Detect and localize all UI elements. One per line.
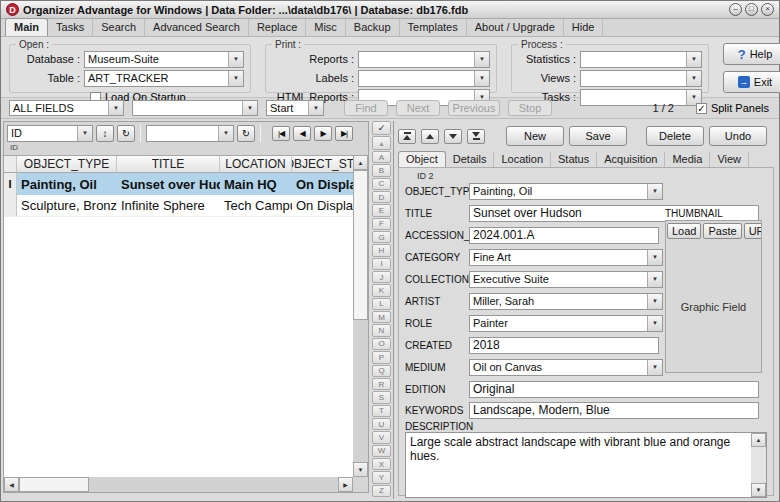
next-button[interactable]: Next [396,100,440,116]
thumbnail-paste-button[interactable]: Paste [703,223,741,239]
chevron-down-icon[interactable]: ▼ [474,71,489,86]
vertical-scrollbar[interactable]: ▲ ▼ [353,155,368,477]
tab-about-upgrade[interactable]: About / Upgrade [467,19,564,36]
column-header-location[interactable]: LOCATION [220,156,292,173]
alphabet-button-n[interactable]: N [372,324,391,336]
alphabet-all-button[interactable]: ✓ [372,121,391,135]
record-previous-button[interactable] [421,129,439,144]
chevron-down-icon[interactable]: ▼ [686,52,701,67]
alphabet-button-h[interactable]: H [372,244,391,256]
stop-button[interactable]: Stop [508,100,552,116]
chevron-down-icon[interactable]: ▼ [77,126,92,141]
alphabet-button-g[interactable]: G [372,231,391,243]
alphabet-button-f[interactable]: F [372,218,391,230]
maximize-icon[interactable]: □ [745,3,758,16]
find-button[interactable]: Find [344,100,388,116]
tab-hide[interactable]: Hide [564,19,604,36]
alphabet-button-b[interactable]: B [372,164,391,176]
chevron-down-icon[interactable]: ▼ [108,101,123,115]
refresh-button[interactable]: ↻ [117,125,135,142]
chevron-down-icon[interactable]: ▼ [228,52,243,67]
tab-templates[interactable]: Templates [400,19,467,36]
help-button[interactable]: ? Help [723,43,780,65]
exit-button[interactable]: → Exit [723,71,780,93]
role-combo[interactable]: Painter ▼ [469,315,663,332]
alphabet-button-m[interactable]: M [372,311,391,323]
search-input[interactable]: ▼ [132,100,258,116]
chevron-down-icon[interactable]: ▼ [686,71,701,86]
tab-tasks[interactable]: Tasks [48,19,93,36]
alphabet-button-e[interactable]: E [372,204,391,216]
next-record-button[interactable]: ▶ [314,126,332,141]
split-panels-checkbox[interactable]: ✓ [696,103,707,114]
tab-details[interactable]: Details [446,152,495,167]
record-first-button[interactable] [398,129,416,144]
scroll-down-icon[interactable]: ▼ [751,483,766,497]
alphabet-button-l[interactable]: L [372,298,391,310]
tab-media[interactable]: Media [665,152,710,167]
horizontal-scrollbar[interactable]: ◀ ▶ [4,477,353,492]
alphabet-button-r[interactable]: R [372,378,391,390]
database-combo[interactable]: Museum-Suite ▼ [84,51,244,68]
alphabet-button-a[interactable]: A [372,151,391,163]
labels-combo[interactable]: ▼ [358,70,490,87]
record-next-button[interactable] [444,129,462,144]
sort-direction-button[interactable]: ↕ [96,125,114,142]
chevron-down-icon[interactable]: ▼ [228,71,243,86]
scroll-up-icon[interactable]: ▲ [751,433,766,447]
reports-combo[interactable]: ▼ [358,51,490,68]
table-row[interactable]: I Painting, Oil Sunset over Hudson Main … [4,173,353,195]
alphabet-button-w[interactable]: W [372,445,391,457]
alphabet-button-d[interactable]: D [372,191,391,203]
chevron-down-icon[interactable]: ▼ [647,250,662,265]
chevron-down-icon[interactable]: ▼ [647,272,662,287]
alphabet-button-i[interactable]: I [372,258,391,270]
tab-location[interactable]: Location [494,152,551,167]
chevron-down-icon[interactable]: ▼ [474,52,489,67]
views-combo[interactable]: ▼ [580,70,702,87]
filter-combo[interactable]: ▼ [146,125,234,142]
column-header-object-status[interactable]: OBJECT_STATUS [292,156,353,173]
statistics-combo[interactable]: ▼ [580,51,702,68]
keywords-field[interactable] [469,402,759,419]
thumbnail-load-button[interactable]: Load [667,223,701,239]
alphabet-button-q[interactable]: Q [372,365,391,377]
alphabet-button-o[interactable]: O [372,338,391,350]
filter-refresh-button[interactable]: ↻ [237,125,255,142]
alphabet-button-u[interactable]: U [372,418,391,430]
alphabet-button-p[interactable]: P [372,351,391,363]
save-button[interactable]: Save [569,126,627,146]
search-mode-combo[interactable]: Start ▼ [266,100,324,116]
object-type-combo[interactable]: Painting, Oil ▼ [469,183,663,200]
chevron-down-icon[interactable]: ▼ [647,360,662,375]
chevron-down-icon[interactable]: ▼ [647,184,662,199]
chevron-down-icon[interactable]: ▼ [218,126,233,141]
alphabet-button-j[interactable]: J [372,271,391,283]
first-record-button[interactable]: |◀ [272,126,290,141]
table-combo[interactable]: ART_TRACKER ▼ [84,70,244,87]
alphabet-button-v[interactable]: V [372,431,391,443]
scroll-down-icon[interactable]: ▼ [353,462,368,477]
sort-field-combo[interactable]: ID ▼ [7,125,93,142]
tab-view[interactable]: View [710,152,749,167]
tab-misc[interactable]: Misc [306,19,346,36]
tab-object[interactable]: Object [398,151,446,167]
tab-acquisition[interactable]: Acquisition [597,152,665,167]
table-row[interactable]: Sculpture, Bronze Infinite Sphere Tech C… [4,195,353,217]
artist-combo[interactable]: Miller, Sarah ▼ [469,293,663,310]
scroll-right-icon[interactable]: ▶ [338,477,353,492]
previous-button[interactable]: Previous [448,100,500,116]
chevron-down-icon[interactable]: ▼ [308,101,323,115]
alphabet-button-c[interactable]: C [372,178,391,190]
alphabet-button-t[interactable]: T [372,405,391,417]
alphabet-up-icon[interactable]: ▲ [372,136,391,150]
alphabet-button-x[interactable]: X [372,458,391,470]
tab-main[interactable]: Main [5,18,48,36]
tab-search[interactable]: Search [93,19,145,36]
minimize-icon[interactable]: – [729,3,742,16]
edition-field[interactable] [469,381,759,398]
delete-button[interactable]: Delete [646,126,704,146]
scrollbar-thumb[interactable] [19,477,89,492]
chevron-down-icon[interactable]: ▼ [647,316,662,331]
new-button[interactable]: New [506,126,564,146]
